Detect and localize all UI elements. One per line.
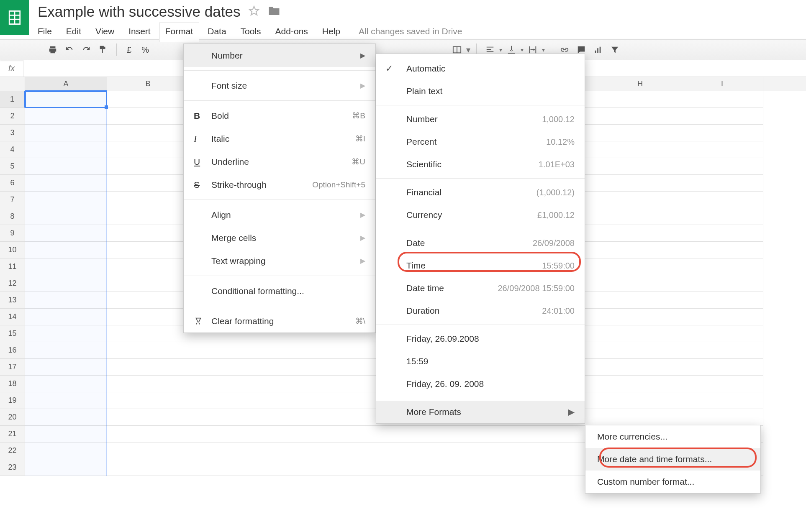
cell[interactable] <box>189 409 271 426</box>
percent-button[interactable]: % <box>137 45 153 55</box>
row-header[interactable]: 1 <box>0 91 25 108</box>
cell[interactable] <box>25 158 107 175</box>
format-strike[interactable]: SStrike-throughOption+Shift+5 <box>184 173 375 196</box>
cell[interactable] <box>681 409 763 426</box>
row-header[interactable]: 16 <box>0 342 25 359</box>
star-icon[interactable] <box>249 5 259 18</box>
cell[interactable] <box>25 376 107 392</box>
cell[interactable] <box>189 376 271 392</box>
cell[interactable] <box>25 442 107 459</box>
numfmt-time[interactable]: Time15:59:00 <box>376 254 585 277</box>
format-number[interactable]: Number▶ <box>184 44 375 67</box>
undo-icon[interactable] <box>62 42 77 57</box>
cell[interactable] <box>107 258 189 275</box>
cell[interactable] <box>25 309 107 325</box>
numfmt-currency[interactable]: Currency£1,000.12 <box>376 204 585 226</box>
menu-addons[interactable]: Add-ons <box>275 26 308 36</box>
numfmt-custom1[interactable]: Friday, 26.09.2008 <box>376 327 585 350</box>
cell[interactable] <box>107 125 189 141</box>
filter-icon[interactable] <box>607 42 622 57</box>
row-header[interactable]: 18 <box>0 376 25 392</box>
cell[interactable] <box>25 292 107 309</box>
cell[interactable] <box>599 91 681 108</box>
numfmt-custom3[interactable]: Friday, 26. 09. 2008 <box>376 373 585 395</box>
cell[interactable] <box>25 359 107 376</box>
cell[interactable] <box>107 208 189 225</box>
cell[interactable] <box>271 426 353 442</box>
cell[interactable] <box>681 192 763 208</box>
folder-icon[interactable] <box>268 5 280 18</box>
cell[interactable] <box>25 125 107 141</box>
menu-insert[interactable]: Insert <box>128 26 151 36</box>
cell[interactable] <box>681 208 763 225</box>
row-header[interactable]: 4 <box>0 141 25 158</box>
cell[interactable] <box>271 459 353 476</box>
cell[interactable] <box>353 459 435 476</box>
row-header[interactable]: 12 <box>0 275 25 292</box>
cell[interactable] <box>599 325 681 342</box>
cell[interactable] <box>107 242 189 258</box>
cell[interactable] <box>25 242 107 258</box>
cell[interactable] <box>681 292 763 309</box>
cell[interactable] <box>271 359 353 376</box>
menu-data[interactable]: Data <box>208 26 226 36</box>
row-header[interactable]: 3 <box>0 125 25 141</box>
numfmt-plain[interactable]: Plain text <box>376 80 585 102</box>
cell[interactable] <box>599 141 681 158</box>
cell[interactable] <box>107 459 189 476</box>
cell[interactable] <box>681 141 763 158</box>
cell[interactable] <box>681 242 763 258</box>
cell[interactable] <box>25 175 107 192</box>
format-align[interactable]: Align▶ <box>184 203 375 226</box>
format-font-size[interactable]: Font size▶ <box>184 74 375 97</box>
cell[interactable] <box>353 442 435 459</box>
row-header[interactable]: 20 <box>0 409 25 426</box>
row-header[interactable]: 22 <box>0 442 25 459</box>
numfmt-date[interactable]: Date26/09/2008 <box>376 232 585 254</box>
cell[interactable] <box>25 426 107 442</box>
cell[interactable] <box>107 442 189 459</box>
menu-help[interactable]: Help <box>322 26 340 36</box>
numfmt-financial[interactable]: Financial(1,000.12) <box>376 181 585 204</box>
col-header-H[interactable]: H <box>599 77 681 91</box>
row-header[interactable]: 10 <box>0 242 25 258</box>
numfmt-datetime[interactable]: Date time26/09/2008 15:59:00 <box>376 277 585 299</box>
col-header-A[interactable]: A <box>25 77 107 91</box>
cell[interactable] <box>599 409 681 426</box>
cell[interactable] <box>107 175 189 192</box>
cell[interactable] <box>107 309 189 325</box>
cell[interactable] <box>599 125 681 141</box>
menu-tools[interactable]: Tools <box>241 26 261 36</box>
format-bold[interactable]: BBold⌘B <box>184 104 375 127</box>
cell[interactable] <box>107 342 189 359</box>
row-header[interactable]: 2 <box>0 108 25 125</box>
cell[interactable] <box>681 125 763 141</box>
row-header[interactable]: 14 <box>0 309 25 325</box>
cell[interactable] <box>599 158 681 175</box>
format-italic[interactable]: IItalic⌘I <box>184 127 375 150</box>
cell[interactable] <box>599 258 681 275</box>
row-header[interactable]: 17 <box>0 359 25 376</box>
cell[interactable] <box>107 325 189 342</box>
cell[interactable] <box>107 376 189 392</box>
cell[interactable] <box>681 392 763 409</box>
cell[interactable] <box>189 359 271 376</box>
cell[interactable] <box>189 459 271 476</box>
cell[interactable] <box>599 392 681 409</box>
cell[interactable] <box>25 225 107 242</box>
menu-view[interactable]: View <box>95 26 114 36</box>
cell[interactable] <box>681 91 763 108</box>
cell[interactable] <box>107 192 189 208</box>
cell[interactable] <box>189 342 271 359</box>
cell[interactable] <box>107 158 189 175</box>
cell[interactable] <box>681 376 763 392</box>
cell[interactable] <box>107 409 189 426</box>
cell[interactable] <box>25 141 107 158</box>
cell[interactable] <box>107 426 189 442</box>
cell[interactable] <box>271 392 353 409</box>
sheets-logo[interactable] <box>0 0 29 35</box>
cell[interactable] <box>271 442 353 459</box>
numfmt-custom2[interactable]: 15:59 <box>376 350 585 373</box>
custom-number-format[interactable]: Custom number format... <box>585 471 760 493</box>
cell[interactable] <box>25 108 107 125</box>
